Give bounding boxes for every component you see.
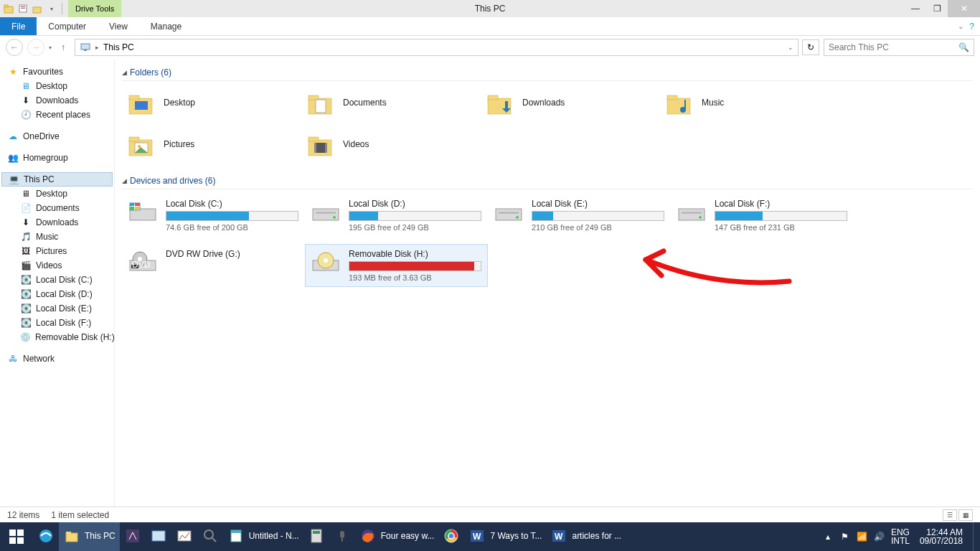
app-icon	[202, 527, 219, 545]
sidebar-item[interactable]: 🖥Desktop	[1, 187, 113, 201]
folder-item[interactable]: Music	[660, 85, 839, 120]
tab-view[interactable]: View	[98, 17, 139, 35]
sidebar-item-desktop[interactable]: 🖥Desktop	[1, 79, 113, 93]
sidebar-item[interactable]: 💽Local Disk (C:)	[1, 273, 113, 287]
search-box[interactable]: 🔍	[824, 39, 974, 56]
drive-icon: 📄	[20, 202, 32, 214]
titlebar: ▾ Drive Tools This PC — ❐ ✕	[0, 0, 980, 17]
section-title: Devices and drives (6)	[130, 176, 215, 186]
address-bar[interactable]: ▸ This PC ⌄	[75, 39, 798, 56]
sidebar-homegroup[interactable]: 👥Homegroup	[1, 151, 113, 165]
svg-point-51	[324, 258, 328, 263]
taskbar-item[interactable]	[171, 522, 197, 551]
drive-item[interactable]: Local Disk (E:)210 GB free of 249 GB	[488, 194, 671, 237]
sidebar-item[interactable]: 💿Removable Disk (H:)	[1, 330, 113, 344]
up-button[interactable]: ↑	[56, 40, 70, 55]
folder-item[interactable]: Documents	[301, 85, 481, 120]
network-icon: 🖧	[7, 353, 19, 364]
refresh-button[interactable]: ↻	[802, 39, 819, 55]
sidebar-onedrive[interactable]: ☁OneDrive	[1, 129, 113, 143]
address-segment[interactable]: This PC	[103, 42, 134, 52]
sidebar-item-downloads[interactable]: ⬇Downloads	[1, 93, 113, 108]
new-folder-icon[interactable]	[32, 3, 43, 14]
sidebar-label: Favourites	[23, 67, 63, 77]
flag-icon[interactable]: ⚑	[839, 531, 851, 542]
tray-up-icon[interactable]: ▴	[822, 531, 834, 542]
sidebar-item[interactable]: 💽Local Disk (F:)	[1, 316, 113, 330]
minimize-button[interactable]: —	[905, 0, 926, 17]
taskbar-item[interactable]: Untitled - N...	[223, 522, 303, 551]
back-button[interactable]: ←	[6, 39, 23, 56]
app-icon	[176, 527, 193, 545]
taskbar: This PCUntitled - N...Four easy w...W7 W…	[0, 522, 980, 551]
folder-item[interactable]: Videos	[301, 127, 481, 161]
sidebar-item[interactable]: ⬇Downloads	[1, 215, 113, 230]
body: ★ Favourites 🖥Desktop ⬇Downloads 🕘Recent…	[0, 59, 980, 507]
folder-item[interactable]: Pictures	[122, 127, 301, 161]
drive-icon	[493, 199, 524, 225]
network-tray-icon[interactable]: 📶	[857, 531, 868, 542]
drive-tools-tab[interactable]: Drive Tools	[68, 0, 121, 17]
taskbar-item[interactable]: W7 Ways to T...	[464, 522, 546, 551]
taskbar-item[interactable]	[329, 522, 355, 551]
taskbar-item[interactable]	[120, 522, 146, 551]
show-desktop-button[interactable]	[973, 522, 977, 551]
maximize-button[interactable]: ❐	[926, 0, 948, 17]
help-icon[interactable]: ?	[969, 22, 974, 32]
address-dropdown-icon[interactable]: ⌄	[788, 44, 793, 51]
drive-item[interactable]: Local Disk (F:)147 GB free of 231 GB	[671, 194, 854, 237]
sidebar-item[interactable]: 💽Local Disk (D:)	[1, 287, 113, 301]
forward-button[interactable]: →	[27, 39, 44, 56]
clock[interactable]: 12:44 AM 09/07/2018	[915, 528, 967, 545]
sidebar-item[interactable]: 📄Documents	[1, 201, 113, 215]
start-button[interactable]	[0, 522, 33, 551]
properties-icon[interactable]	[17, 3, 29, 14]
tab-computer[interactable]: Computer	[37, 17, 98, 35]
svg-rect-21	[129, 137, 139, 141]
taskbar-item[interactable]: Warticles for ...	[546, 522, 626, 551]
sidebar-network[interactable]: 🖧Network	[1, 352, 113, 366]
drive-icon	[310, 249, 341, 275]
sidebar-item[interactable]: 💽Local Disk (E:)	[1, 301, 113, 316]
volume-icon[interactable]: 🔊	[874, 531, 885, 542]
folders-section-header[interactable]: ◢ Folders (6)	[122, 65, 973, 81]
folder-icon	[304, 88, 336, 117]
sidebar-favourites[interactable]: ★ Favourites	[1, 65, 113, 79]
close-button[interactable]: ✕	[948, 0, 980, 17]
sidebar-item[interactable]: 🎵Music	[1, 230, 113, 244]
icons-view-button[interactable]: ▦	[958, 509, 973, 521]
drive-item[interactable]: DVDDVD RW Drive (G:)	[122, 244, 305, 287]
sidebar-item-recent[interactable]: 🕘Recent places	[1, 108, 113, 122]
drives-section-header[interactable]: ◢ Devices and drives (6)	[122, 173, 973, 189]
folder-item[interactable]: Desktop	[122, 85, 301, 120]
sidebar-thispc[interactable]: 💻This PC	[1, 172, 113, 187]
search-icon[interactable]: 🔍	[958, 42, 969, 52]
language-indicator[interactable]: ENG INTL	[891, 528, 910, 545]
taskbar-item[interactable]	[303, 522, 329, 551]
taskbar-item[interactable]	[438, 522, 464, 551]
star-icon: ★	[7, 66, 19, 77]
drive-item[interactable]: Local Disk (C:)74.6 GB free of 200 GB	[122, 194, 305, 237]
folder-item[interactable]: Downloads	[481, 85, 660, 120]
taskbar-item[interactable]	[146, 522, 171, 551]
svg-rect-61	[178, 531, 191, 541]
taskbar-item[interactable]	[197, 522, 223, 551]
sidebar-item[interactable]: 🎬Videos	[1, 258, 113, 273]
search-input[interactable]	[829, 42, 951, 52]
sidebar-item[interactable]: 🖼Pictures	[1, 244, 113, 258]
drive-item[interactable]: Local Disk (D:)195 GB free of 249 GB	[305, 194, 488, 237]
tab-file[interactable]: File	[0, 17, 37, 35]
taskbar-item[interactable]: Four easy w...	[355, 522, 439, 551]
chevron-right-icon[interactable]: ▸	[95, 44, 99, 51]
svg-rect-42	[682, 212, 702, 214]
explorer-icon	[3, 3, 14, 14]
tab-manage[interactable]: Manage	[139, 17, 193, 35]
history-dropdown-icon[interactable]: ▾	[49, 44, 52, 51]
taskbar-item[interactable]	[33, 522, 59, 551]
ribbon-expand-icon[interactable]: ⌄	[958, 22, 963, 30]
taskbar-item[interactable]: This PC	[59, 522, 120, 551]
details-view-button[interactable]: ☰	[943, 509, 957, 521]
dropdown-icon[interactable]: ▾	[46, 3, 57, 14]
drive-item[interactable]: Removable Disk (H:)193 MB free of 3.63 G…	[305, 244, 488, 287]
svg-rect-34	[135, 207, 140, 210]
